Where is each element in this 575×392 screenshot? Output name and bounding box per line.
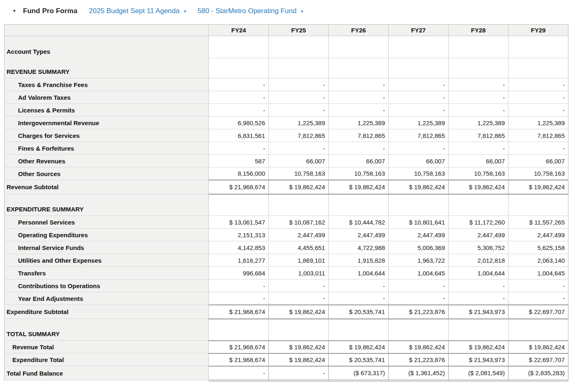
cell-expenditure-summary-fy27	[389, 194, 449, 216]
cell-contributions-to-operations-fy24: -	[209, 280, 269, 292]
cell-operating-expenditures-fy28: 2,447,499	[449, 229, 509, 241]
table-row-fines-forfeitures: Fines & Forfeitures------	[5, 142, 568, 155]
cell-operating-expenditures-fy27: 2,447,499	[389, 229, 449, 241]
cell-other-revenues-fy27: 66,007	[389, 155, 449, 167]
cell-licenses-permits-fy28: -	[449, 104, 509, 117]
column-header-fy24: FY24	[209, 25, 269, 36]
cell-intergovernmental-revenue-fy27: 1,225,389	[389, 117, 449, 129]
fund-dropdown[interactable]: 580 - StarMetro Operating Fund ▼	[197, 7, 304, 15]
row-label-personnel-services: Personnel Services	[5, 216, 209, 229]
cell-expenditure-summary-fy24	[209, 194, 269, 216]
cell-ad-valorem-taxes-fy24: -	[209, 91, 269, 104]
table-row-utilities-and-other-expenses: Utilities and Other Expenses1,616,2771,8…	[5, 254, 568, 267]
table-row-operating-expenditures: Operating Expenditures2,151,3132,447,499…	[5, 229, 568, 241]
cell-revenue-subtotal-fy27: $ 19,862,424	[389, 180, 449, 194]
cell-taxes-franchise-fees-fy25: -	[269, 78, 329, 91]
fund-dropdown-label[interactable]: 580 - StarMetro Operating Fund	[197, 7, 296, 15]
cell-total-summary-fy28	[449, 319, 509, 341]
budget-dropdown[interactable]: 2025 Budget Sept 11 Agenda ▼	[89, 7, 187, 15]
cell-charges-for-services-fy28: 7,812,865	[449, 129, 509, 142]
cell-transfers-fy26: 1,004,644	[329, 267, 389, 280]
cell-taxes-franchise-fees-fy26: -	[329, 78, 389, 91]
cell-total-summary-fy26	[329, 319, 389, 341]
cell-revenue-total-fy26: $ 19,862,424	[329, 341, 389, 353]
cell-total-summary-fy27	[389, 319, 449, 341]
cell-intergovernmental-revenue-fy25: 1,225,389	[269, 117, 329, 129]
table-row-personnel-services: Personnel Services$ 13,061,547$ 10,087,1…	[5, 216, 568, 229]
topbar: ▼ Fund Pro Forma 2025 Budget Sept 11 Age…	[0, 0, 575, 17]
cell-personnel-services-fy29: $ 11,557,265	[509, 216, 568, 229]
cell-transfers-fy28: 1,004,644	[449, 267, 509, 280]
cell-expenditure-total-fy24: $ 21,968,674	[209, 353, 269, 366]
cell-operating-expenditures-fy24: 2,151,313	[209, 229, 269, 241]
column-header-fy29: FY29	[509, 25, 568, 36]
cell-ad-valorem-taxes-fy26: -	[329, 91, 389, 104]
table-row-other-sources: Other Sources8,156,00010,758,16310,758,1…	[5, 167, 568, 180]
cell-other-revenues-fy24: 587	[209, 155, 269, 167]
cell-licenses-permits-fy26: -	[329, 104, 389, 117]
cell-fines-forfeitures-fy26: -	[329, 142, 389, 155]
table-row-internal-service-funds: Internal Service Funds4,142,8534,455,651…	[5, 241, 568, 254]
table-row-revenue-total: Revenue Total$ 21,968,674$ 19,862,424$ 1…	[5, 341, 568, 353]
table-row-licenses-permits: Licenses & Permits------	[5, 104, 568, 117]
cell-personnel-services-fy24: $ 13,061,547	[209, 216, 269, 229]
cell-fines-forfeitures-fy28: -	[449, 142, 509, 155]
cell-expenditure-subtotal-fy29: $ 22,697,707	[509, 305, 568, 319]
row-label-total-summary: TOTAL SUMMARY	[5, 319, 209, 341]
budget-dropdown-label[interactable]: 2025 Budget Sept 11 Agenda	[89, 7, 180, 15]
cell-utilities-and-other-expenses-fy24: 1,616,277	[209, 254, 269, 267]
collapse-caret-icon[interactable]: ▼	[12, 9, 16, 13]
column-header-fy26: FY26	[329, 25, 389, 36]
table-row-expenditure-summary: EXPENDITURE SUMMARY	[5, 194, 568, 216]
table-row-contributions-to-operations: Contributions to Operations------	[5, 280, 568, 292]
cell-expenditure-subtotal-fy24: $ 21,968,674	[209, 305, 269, 319]
cell-account-types-fy24	[209, 36, 269, 58]
cell-licenses-permits-fy24: -	[209, 104, 269, 117]
cell-expenditure-total-fy25: $ 19,862,424	[269, 353, 329, 366]
cell-account-types-fy27	[389, 36, 449, 58]
row-label-intergovernmental-revenue: Intergovernmental Revenue	[5, 117, 209, 129]
cell-revenue-total-fy27: $ 19,862,424	[389, 341, 449, 353]
cell-charges-for-services-fy24: 6,831,561	[209, 129, 269, 142]
cell-expenditure-total-fy29: $ 22,697,707	[509, 353, 568, 366]
cell-personnel-services-fy28: $ 11,172,260	[449, 216, 509, 229]
cell-other-revenues-fy26: 66,007	[329, 155, 389, 167]
cell-total-fund-balance-fy26: ($ 673,317)	[329, 366, 389, 381]
cell-transfers-fy27: 1,004,645	[389, 267, 449, 280]
row-label-contributions-to-operations: Contributions to Operations	[5, 280, 209, 292]
cell-other-revenues-fy25: 66,007	[269, 155, 329, 167]
cell-other-revenues-fy28: 66,007	[449, 155, 509, 167]
row-label-account-types: Account Types	[5, 36, 209, 58]
cell-account-types-fy28	[449, 36, 509, 58]
cell-charges-for-services-fy26: 7,812,865	[329, 129, 389, 142]
cell-other-sources-fy28: 10,758,163	[449, 167, 509, 180]
cell-personnel-services-fy25: $ 10,087,162	[269, 216, 329, 229]
cell-fines-forfeitures-fy25: -	[269, 142, 329, 155]
column-header-fy28: FY28	[449, 25, 509, 36]
row-label-year-end-adjustments: Year End Adjustments	[5, 292, 209, 305]
table-row-total-fund-balance: Total Fund Balance--($ 673,317)($ 1,361,…	[5, 366, 568, 381]
cell-other-sources-fy29: 10,758,163	[509, 167, 568, 180]
table-header-row: FY24FY25FY26FY27FY28FY29	[5, 25, 568, 36]
table-row-taxes-franchise-fees: Taxes & Franchise Fees------	[5, 78, 568, 91]
cell-taxes-franchise-fees-fy27: -	[389, 78, 449, 91]
cell-expenditure-subtotal-fy26: $ 20,535,741	[329, 305, 389, 319]
cell-expenditure-subtotal-fy25: $ 19,862,424	[269, 305, 329, 319]
cell-utilities-and-other-expenses-fy29: 2,063,140	[509, 254, 568, 267]
cell-ad-valorem-taxes-fy28: -	[449, 91, 509, 104]
cell-total-fund-balance-fy24: -	[209, 366, 269, 381]
row-label-expenditure-subtotal: Expenditure Subtotal	[5, 305, 209, 319]
cell-intergovernmental-revenue-fy28: 1,225,389	[449, 117, 509, 129]
cell-intergovernmental-revenue-fy24: 6,980,526	[209, 117, 269, 129]
cell-revenue-summary-fy25	[269, 58, 329, 78]
fund-pro-forma-table: FY24FY25FY26FY27FY28FY29 Account TypesRE…	[4, 24, 568, 381]
table-row-other-revenues: Other Revenues58766,00766,00766,00766,00…	[5, 155, 568, 167]
chevron-down-icon[interactable]: ▼	[300, 9, 304, 14]
cell-internal-service-funds-fy26: 4,722,988	[329, 241, 389, 254]
chevron-down-icon[interactable]: ▼	[183, 9, 187, 14]
row-label-expenditure-total: Expenditure Total	[5, 353, 209, 366]
cell-internal-service-funds-fy29: 5,625,158	[509, 241, 568, 254]
cell-internal-service-funds-fy28: 5,306,752	[449, 241, 509, 254]
cell-utilities-and-other-expenses-fy26: 1,915,828	[329, 254, 389, 267]
cell-ad-valorem-taxes-fy29: -	[509, 91, 568, 104]
